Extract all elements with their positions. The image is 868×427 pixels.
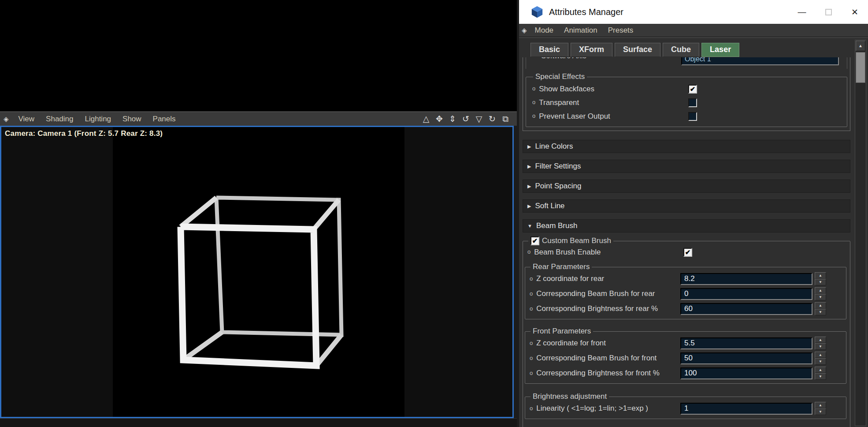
close-button[interactable]: ✕ [842, 0, 868, 24]
spin-up-button[interactable] [815, 352, 826, 358]
clipped-row: Software Axis Object 1 [526, 57, 847, 69]
menu-animation[interactable]: Animation [560, 25, 601, 36]
section-filter-settings[interactable]: Filter Settings [523, 160, 850, 173]
menu-presets[interactable]: Presets [605, 25, 637, 36]
section-line-colors[interactable]: Line Colors [523, 140, 850, 153]
brightness-front-label: Corresponding Brightness for front % [527, 369, 680, 378]
row-brightness-rear: Corresponding Brightness for rear % [527, 301, 842, 316]
spin-down-button[interactable] [815, 309, 826, 315]
panel-menubar: Mode Animation Presets [519, 24, 868, 37]
scroll-up-arrow-icon[interactable]: ▲ [856, 41, 865, 51]
brush-rear-label: Corresponding Beam Brush for rear [527, 289, 680, 298]
menu-mode[interactable]: Mode [531, 25, 557, 36]
row-brush-front: Corresponding Beam Brush for front [527, 351, 842, 366]
panel-scrollbar[interactable]: ▲ [855, 40, 866, 426]
brush-rear-spinner [815, 287, 826, 300]
section-point-spacing[interactable]: Point Spacing [523, 180, 850, 193]
viewport-menu-lighting[interactable]: Lighting [81, 113, 115, 125]
prevent-laser-output-label: Prevent Laser Output [530, 112, 688, 121]
section-label: Soft Line [535, 202, 564, 210]
brightness-rear-label: Corresponding Brightness for rear % [527, 304, 680, 313]
beam-brush-enable-label: Beam Brush Enable [525, 248, 683, 257]
tab-laser[interactable]: Laser [701, 43, 739, 57]
viewport-menu-shading[interactable]: Shading [42, 113, 77, 125]
z-rear-label: Z coordinate for rear [527, 274, 680, 283]
special-effects-group: Special Effects Show Backfaces Transpare… [526, 72, 847, 127]
spin-down-button[interactable] [815, 358, 826, 365]
spin-down-button[interactable] [815, 294, 826, 300]
collapsed-arrow-icon [527, 203, 531, 209]
prevent-laser-output-checkbox[interactable] [688, 112, 697, 121]
clipped-group: Software Axis Object 1 Special Effects S… [523, 57, 850, 131]
clipped-row-dropdown[interactable]: Object 1 [681, 57, 839, 65]
tab-cube[interactable]: Cube [663, 43, 699, 57]
viewport-menu-view[interactable]: View [15, 113, 38, 125]
brush-front-spinner [815, 352, 826, 365]
bottom-strip [0, 418, 517, 427]
spin-up-button[interactable] [815, 272, 826, 279]
brush-front-label: Corresponding Beam Brush for front [527, 354, 680, 363]
tab-surface[interactable]: Surface [615, 43, 660, 57]
dolly-camera-icon[interactable]: ⇕ [447, 114, 458, 124]
spin-down-button[interactable] [815, 373, 826, 380]
window-titlebar[interactable]: Attributes Manager — ✕ [519, 0, 868, 24]
minimize-button[interactable]: — [789, 0, 815, 24]
camera-viewport[interactable]: Camera: Camera 1 (Front Z: 5.7 Rear Z: 8… [0, 126, 514, 418]
orbit-camera-icon[interactable]: ↺ [460, 114, 471, 124]
spin-down-button[interactable] [815, 408, 826, 415]
special-effects-title: Special Effects [533, 72, 587, 81]
viewport-menubar: View Shading Lighting Show Panels △ ✥ ⇕ … [0, 112, 517, 126]
beam-brush-enable-checkbox[interactable] [683, 248, 692, 257]
brightness-front-input[interactable] [680, 367, 812, 379]
roll-camera-icon[interactable]: ↻ [487, 114, 497, 124]
custom-beam-brush-title: Custom Beam Brush [542, 236, 611, 245]
tab-basic[interactable]: Basic [530, 43, 568, 57]
brightness-rear-input[interactable] [680, 303, 812, 315]
spin-up-button[interactable] [815, 367, 826, 373]
spin-up-button[interactable] [815, 302, 826, 309]
section-label: Point Spacing [535, 182, 581, 191]
section-label: Filter Settings [535, 162, 581, 171]
collapsed-arrow-icon [527, 184, 531, 189]
spin-down-button[interactable] [815, 343, 826, 350]
brightness-adjustment-title: Brightness adjustment [530, 392, 609, 401]
spin-up-button[interactable] [815, 402, 826, 408]
linearity-input[interactable] [680, 403, 812, 415]
scrollbar-thumb[interactable] [856, 52, 865, 83]
selection-triangle-icon[interactable]: △ [421, 114, 431, 124]
clipped-row-label: Software Axis [541, 57, 586, 60]
spin-up-button[interactable] [815, 287, 826, 294]
viewport-layout-icon[interactable]: ⧉ [500, 114, 511, 124]
custom-beam-brush-legend: Custom Beam Brush [528, 236, 613, 245]
pan-view-icon[interactable]: ✥ [434, 114, 445, 124]
section-label: Line Colors [535, 142, 573, 151]
maximize-icon [825, 9, 832, 15]
fov-camera-icon[interactable]: ▽ [474, 114, 484, 124]
brush-front-input[interactable] [680, 352, 812, 364]
transparent-checkbox[interactable] [688, 98, 697, 107]
row-transparent: Transparent [530, 96, 843, 109]
spin-up-button[interactable] [815, 337, 826, 343]
wireframe-cube [1, 127, 512, 417]
section-beam-brush[interactable]: Beam Brush [523, 219, 850, 232]
top-viewport-empty[interactable] [0, 0, 517, 112]
spin-down-button[interactable] [815, 279, 826, 285]
transparent-label: Transparent [530, 98, 688, 107]
show-backfaces-checkbox[interactable] [688, 85, 697, 94]
z-rear-input[interactable] [680, 273, 812, 285]
row-linearity: Linearity ( <1=log; 1=lin; >1=exp ) [527, 401, 842, 416]
z-front-spinner [815, 337, 826, 350]
maximize-button[interactable] [815, 0, 842, 24]
section-soft-line[interactable]: Soft Line [523, 199, 850, 213]
row-beam-brush-enable: Beam Brush Enable [525, 245, 846, 259]
custom-beam-brush-checkbox[interactable] [530, 236, 539, 245]
tab-xform[interactable]: XForm [571, 43, 612, 57]
brush-rear-input[interactable] [680, 288, 812, 300]
z-front-input[interactable] [680, 337, 812, 349]
row-brush-rear: Corresponding Beam Brush for rear [527, 286, 842, 301]
viewport-menu-show[interactable]: Show [119, 113, 145, 125]
scroll-column: Software Axis Object 1 Special Effects S… [523, 57, 850, 427]
window-title: Attributes Manager [549, 7, 623, 17]
viewport-toolbar: △ ✥ ⇕ ↺ ▽ ↻ ⧉ [421, 114, 511, 124]
viewport-menu-panels[interactable]: Panels [149, 113, 179, 125]
